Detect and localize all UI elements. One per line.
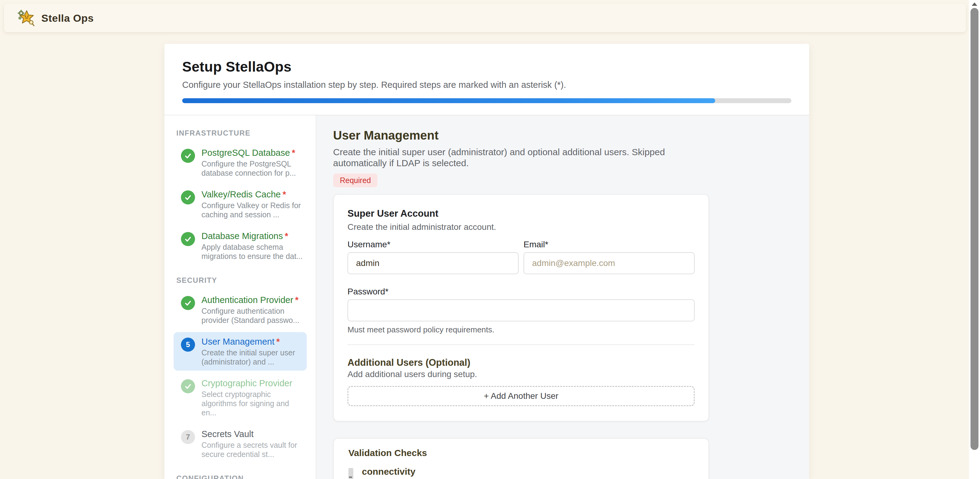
required-badge: Required: [333, 173, 377, 187]
password-input[interactable]: [347, 299, 695, 321]
setup-progress-bar: [182, 98, 791, 103]
step-description-text: Create the initial super user (administr…: [333, 146, 670, 169]
email-input[interactable]: [523, 252, 695, 274]
scrollbar-up-arrow-icon[interactable]: [972, 2, 977, 6]
step-description: Configure the PostgreSQL database connec…: [202, 159, 303, 178]
check-status-text: Check passed: [362, 478, 415, 479]
app-title: Stella Ops: [41, 12, 94, 24]
page-scrollbar[interactable]: [969, 0, 980, 479]
required-asterisk: *: [285, 231, 288, 241]
setup-wizard-card: Setup StellaOps Configure your StellaOps…: [164, 44, 809, 479]
validation-checks-card: Validation Checks connectivity Check pas…: [333, 438, 709, 479]
stella-ops-logo-icon: [18, 9, 36, 27]
super-user-account-card: Super User Account Create the initial ad…: [333, 194, 709, 422]
step-title: Valkey/Redis Cache*: [202, 189, 303, 200]
required-asterisk: *: [295, 295, 299, 305]
step-description: Configure a secrets vault for secure cre…: [202, 441, 303, 459]
step-title: User Management*: [202, 336, 303, 347]
step-title: Database Migrations*: [202, 231, 303, 241]
validation-checks-title: Validation Checks: [348, 448, 695, 458]
section-label-security: SECURITY: [173, 276, 307, 285]
page-title: Setup StellaOps: [182, 59, 791, 75]
password-helper-text: Must meet password policy requirements.: [347, 325, 695, 334]
username-input[interactable]: [347, 252, 519, 274]
check-status-icon: [348, 468, 353, 479]
step-description: Configure Valkey or Redis for caching an…: [202, 201, 303, 219]
sidebar-item-cryptographic-provider[interactable]: Cryptographic Provider Select cryptograp…: [173, 374, 307, 422]
step-title: Authentication Provider*: [202, 295, 303, 305]
additional-users-title: Additional Users (Optional): [347, 357, 695, 368]
step-title: Cryptographic Provider: [202, 378, 303, 388]
add-another-user-button[interactable]: + Add Another User: [347, 386, 695, 406]
step-number-badge: 5: [181, 337, 195, 352]
required-asterisk: *: [292, 148, 295, 158]
additional-users-subtitle: Add additional users during setup.: [347, 369, 695, 379]
step-done-check-icon: [181, 190, 195, 204]
step-description: Select cryptographic algorithms for sign…: [202, 390, 303, 417]
sidebar-item-valkey-redis-cache[interactable]: Valkey/Redis Cache* Configure Valkey or …: [173, 185, 307, 223]
email-label: Email*: [523, 239, 695, 250]
step-done-check-icon: [181, 296, 195, 310]
required-asterisk: *: [277, 337, 280, 347]
required-asterisk: *: [283, 189, 286, 199]
step-content-area: User Management Create the initial super…: [316, 115, 809, 479]
step-heading: User Management: [333, 129, 709, 142]
step-done-muted-check-icon: [181, 379, 195, 393]
password-label: Password*: [347, 286, 695, 297]
step-number-badge: 7: [181, 430, 195, 444]
super-user-card-subtitle: Create the initial administrator account…: [347, 222, 695, 232]
step-title: PostgreSQL Database*: [202, 148, 303, 158]
setup-header: Setup StellaOps Configure your StellaOps…: [164, 44, 809, 115]
sidebar-item-database-migrations[interactable]: Database Migrations* Apply database sche…: [173, 226, 307, 265]
username-label: Username*: [347, 239, 519, 250]
step-description: Apply database schema migrations to ensu…: [202, 242, 303, 261]
sidebar-item-secrets-vault[interactable]: 7 Secrets Vault Configure a secrets vaul…: [173, 425, 307, 463]
check-name: connectivity: [362, 466, 415, 477]
setup-progress-fill: [182, 98, 715, 103]
validation-check-row: connectivity Check passed: [348, 466, 695, 479]
section-label-configuration: CONFIGURATION: [173, 474, 307, 479]
sidebar-item-user-management[interactable]: 5 User Management* Create the initial su…: [173, 332, 307, 371]
section-label-infrastructure: INFRASTRUCTURE: [173, 129, 307, 137]
sidebar-item-authentication-provider[interactable]: Authentication Provider* Configure authe…: [173, 290, 307, 329]
sidebar-item-postgresql-database[interactable]: PostgreSQL Database* Configure the Postg…: [173, 143, 307, 182]
step-done-check-icon: [181, 232, 195, 246]
page-subtitle: Configure your StellaOps installation st…: [182, 80, 791, 90]
card-divider: [347, 344, 695, 345]
step-done-check-icon: [181, 149, 195, 163]
super-user-card-title: Super User Account: [347, 208, 695, 219]
setup-steps-sidebar: INFRASTRUCTURE PostgreSQL Database* Conf…: [164, 115, 316, 479]
step-title: Secrets Vault: [202, 429, 303, 439]
step-description: Configure authentication provider (Stand…: [202, 306, 303, 325]
app-header: Stella Ops: [4, 4, 966, 32]
step-description: Create the initial super user (administr…: [202, 348, 303, 366]
scrollbar-thumb[interactable]: [970, 8, 978, 450]
